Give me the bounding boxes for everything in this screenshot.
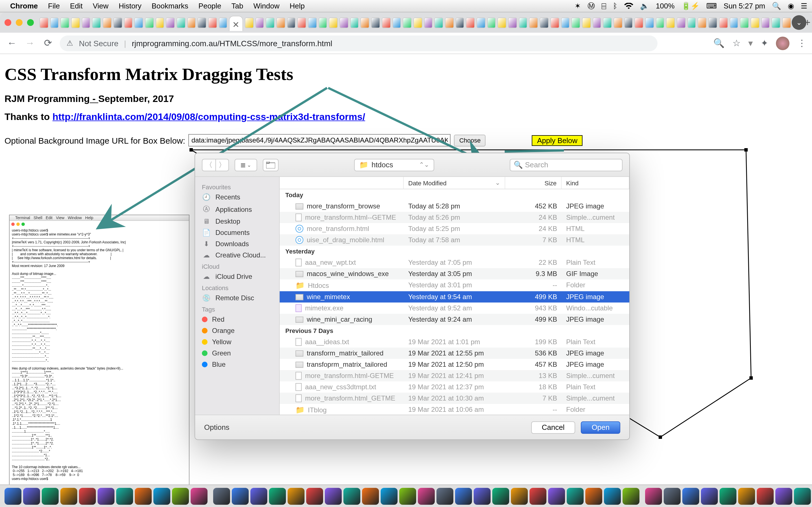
pinned-tab[interactable] — [145, 17, 154, 28]
drag-handle[interactable] — [659, 436, 662, 439]
pinned-tab[interactable] — [782, 17, 791, 28]
sidebar-item[interactable]: ⬇︎Downloads — [195, 238, 279, 249]
pinned-tab[interactable] — [476, 17, 485, 28]
menu-people[interactable]: People — [199, 2, 221, 10]
dock-app-icon[interactable] — [645, 488, 662, 504]
sidebar-item[interactable]: ☁︎iCloud Drive — [195, 271, 279, 282]
active-tab[interactable]: ✕ — [229, 16, 243, 31]
file-row[interactable]: transfoprm_matrix_tailored19 Mar 2021 at… — [280, 359, 629, 370]
sidebar-tag[interactable]: Yellow — [195, 336, 279, 348]
dock-app-icon[interactable] — [719, 488, 737, 504]
file-row[interactable]: aaa_new_wpt.txtYesterday at 7:05 pm22 KB… — [280, 257, 629, 268]
pinned-tab[interactable] — [677, 17, 686, 28]
sidebar-tag[interactable]: Orange — [195, 325, 279, 336]
pinned-tab[interactable] — [635, 17, 644, 28]
menu-window[interactable]: Window — [253, 2, 280, 10]
pinned-tab[interactable] — [529, 17, 538, 28]
pinned-tab[interactable] — [435, 17, 443, 28]
dock-app-icon[interactable] — [135, 488, 152, 504]
pinned-tab[interactable] — [424, 17, 433, 28]
dock-app-icon[interactable] — [79, 488, 96, 504]
drag-handle[interactable] — [749, 376, 753, 380]
pinned-tab[interactable] — [729, 17, 738, 28]
sidebar-item[interactable]: 🖥Desktop — [195, 216, 279, 227]
airplay-icon[interactable]: ⌸ — [602, 2, 606, 10]
menu-history[interactable]: History — [119, 2, 142, 10]
dock-app-icon[interactable] — [399, 488, 416, 504]
dock-app-icon[interactable] — [418, 488, 435, 504]
dock-app-icon[interactable] — [437, 488, 453, 504]
sidebar-item[interactable]: ☁︎Creative Cloud... — [195, 249, 279, 261]
pinned-tab[interactable] — [287, 17, 296, 28]
pinned-tab[interactable] — [740, 17, 749, 28]
sidebar-item[interactable]: ⒶApplications — [195, 203, 279, 216]
address-bar[interactable]: ⚠ Not Secure | rjmprogramming.com.au/HTM… — [60, 35, 658, 51]
pinned-tab[interactable] — [61, 17, 69, 28]
search-tabs-icon[interactable]: 🔍 — [713, 38, 725, 48]
dock-app-icon[interactable] — [4, 488, 21, 504]
status-icon[interactable]: Ⓜ — [588, 1, 595, 11]
dock-app-icon[interactable] — [511, 488, 528, 504]
dock-app-icon[interactable] — [172, 488, 189, 504]
dock-app-icon[interactable] — [757, 488, 774, 504]
forward-button[interactable]: → — [24, 38, 36, 49]
pinned-tab[interactable] — [708, 17, 717, 28]
pinned-tab[interactable] — [487, 17, 496, 28]
file-row[interactable]: mimetex.exeYesterday at 9:52 am943 KBWin… — [280, 302, 629, 314]
col-name[interactable] — [280, 177, 404, 189]
pinned-tab[interactable] — [403, 17, 411, 28]
finder-path-selector[interactable]: 📁 htdocs ⌃⌄ — [354, 159, 435, 171]
pinned-tab[interactable] — [508, 17, 517, 28]
dock-app-icon[interactable] — [380, 488, 398, 504]
status-icon[interactable]: ✶ — [574, 2, 581, 10]
file-row[interactable]: 📁ITblog19 Mar 2021 at 10:06 am--Folder — [280, 404, 629, 414]
pinned-tab[interactable] — [498, 17, 506, 28]
pinned-tab[interactable] — [455, 17, 464, 28]
pinned-tab[interactable] — [624, 17, 633, 28]
dock-app-icon[interactable] — [269, 488, 286, 504]
dock-app-icon[interactable] — [682, 488, 699, 504]
file-row[interactable]: uise_of_drag_mobile.htmlToday at 7:58 am… — [280, 234, 629, 245]
dock-app-icon[interactable] — [622, 488, 640, 504]
pinned-tab[interactable] — [187, 17, 196, 28]
pinned-tab[interactable] — [656, 17, 664, 28]
dock-app-icon[interactable] — [306, 488, 323, 504]
dock-app-icon[interactable] — [738, 488, 755, 504]
pinned-tab[interactable] — [218, 17, 227, 28]
menu-help[interactable]: Help — [290, 2, 305, 10]
file-row[interactable]: wine_mini_car_racingYesterday at 9:24 am… — [280, 314, 629, 325]
dock-app-icon[interactable] — [585, 488, 602, 504]
pinned-tab[interactable] — [688, 17, 696, 28]
pinned-tab[interactable] — [761, 17, 770, 28]
dock-app-icon[interactable] — [288, 488, 305, 504]
dock-app-icon[interactable] — [116, 488, 133, 504]
dock-app-icon[interactable] — [153, 488, 170, 504]
window-controls[interactable] — [4, 19, 34, 26]
dock-app-icon[interactable] — [794, 488, 811, 504]
pinned-tab[interactable] — [82, 17, 91, 28]
tabs-overflow-icon[interactable]: ⌄ — [792, 15, 806, 30]
thanks-link[interactable]: http://franklinta.com/2014/09/08/computi… — [52, 112, 365, 122]
menu-file[interactable]: File — [48, 2, 60, 10]
pinned-tab[interactable] — [166, 17, 175, 28]
pinned-tab[interactable] — [208, 17, 217, 28]
finder-group-button[interactable] — [263, 159, 278, 171]
file-row[interactable]: more_transform.html--GETMEToday at 5:26 … — [280, 212, 629, 223]
pinned-tab[interactable] — [134, 17, 143, 28]
sidebar-item[interactable]: 💿Remote Disc — [195, 292, 279, 304]
pinned-tab[interactable] — [266, 17, 274, 28]
pinned-tab[interactable] — [603, 17, 612, 28]
mac-dock[interactable] — [0, 485, 812, 507]
reload-button[interactable]: ⟳ — [42, 37, 54, 49]
pinned-tab[interactable] — [592, 17, 601, 28]
dock-app-icon[interactable] — [604, 488, 621, 504]
finder-view-selector[interactable]: ≣ ⌄ — [235, 159, 257, 171]
pinned-tab[interactable] — [550, 17, 559, 28]
site-info-icon[interactable]: ⚠ — [66, 39, 73, 47]
bg-url-input[interactable] — [189, 134, 451, 147]
volume-icon[interactable]: 🔈 — [640, 2, 649, 10]
drag-handle[interactable] — [190, 148, 193, 152]
pinned-tab[interactable] — [382, 17, 391, 28]
dock-app-icon[interactable] — [60, 488, 77, 504]
wifi-icon[interactable] — [624, 3, 633, 9]
